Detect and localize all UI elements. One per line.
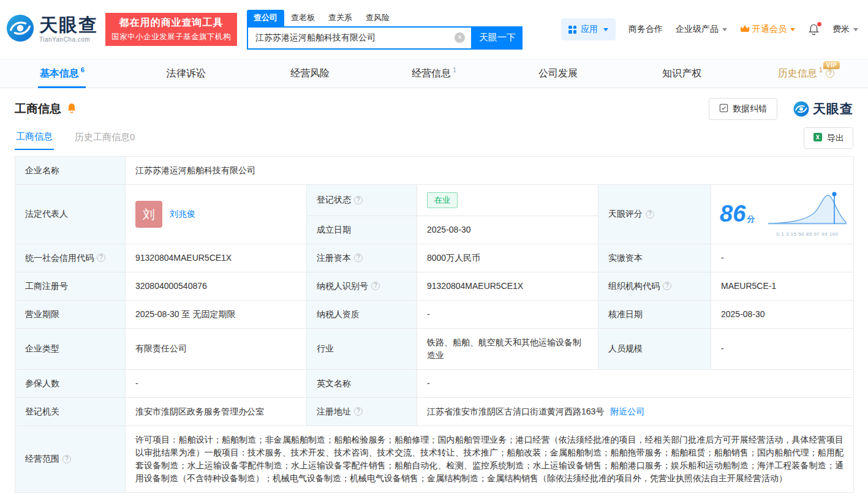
field-label: 纳税人识别号? xyxy=(307,272,417,300)
field-label: 注册地址? xyxy=(307,397,417,425)
table-row: 企业类型 有限责任公司 行业 铁路、船舶、航空航天和其他运输设备制造业 人员规模… xyxy=(15,328,854,369)
field-label: 统一社会信用代码? xyxy=(15,244,126,272)
table-row: 参保人数 - 英文名称 - xyxy=(15,369,854,397)
chart-axis-ticks: 0 1 3 15 50 85 97 99 100 xyxy=(766,231,848,238)
reg-capital-value: 8000万人民币 xyxy=(417,244,598,272)
table-row: 登记机关 淮安市淮阴区政务服务管理办公室 注册地址? 江苏省淮安市淮阴区古清口街… xyxy=(15,397,854,425)
search-tab-boss[interactable]: 查老板 xyxy=(284,10,322,26)
help-icon[interactable]: ? xyxy=(354,196,363,204)
clear-search-icon[interactable]: × xyxy=(455,32,465,43)
paid-capital-value: - xyxy=(711,244,854,272)
industry-value: 铁路、船舶、航空航天和其他运输设备制造业 xyxy=(417,328,598,369)
search-tab-relation[interactable]: 查关系 xyxy=(322,10,359,26)
field-label: 成立日期 xyxy=(307,215,417,244)
tianyancha-logo-icon xyxy=(6,14,34,45)
notification-dot xyxy=(817,22,821,26)
help-icon[interactable]: ? xyxy=(354,407,363,416)
tab-history-info[interactable]: 历史信息1 ? VIP xyxy=(744,59,868,88)
establish-date-value: 2025-08-30 xyxy=(417,215,598,244)
section-header: 工商信息 数据纠错 天眼查 xyxy=(0,88,868,125)
export-button[interactable]: 导出 xyxy=(804,127,853,149)
field-label: 登记机关 xyxy=(15,397,126,425)
table-row: 法定代表人 刘 刘兆俊 登记状态? 在业 天眼评分? 86分 xyxy=(15,185,854,216)
tab-legal-proceedings[interactable]: 法律诉讼 xyxy=(124,59,247,88)
search-button[interactable]: 天眼一下 xyxy=(472,26,523,50)
tab-company-development[interactable]: 公司发展 xyxy=(496,59,620,88)
help-icon[interactable]: ? xyxy=(354,253,363,262)
tab-operation-info[interactable]: 经营信息1 xyxy=(372,59,496,88)
score-cell: 86分 0 1 3 15 50 85 97 99 100 xyxy=(711,185,854,244)
nav-vip-upgrade[interactable]: 开通会员 xyxy=(740,24,795,35)
chevron-down-icon xyxy=(853,28,858,31)
subscribe-bell-icon[interactable] xyxy=(66,102,77,116)
avatar[interactable]: 刘 xyxy=(135,201,162,228)
slogan-banner: 都在用的商业查询工具 国家中小企业发展子基金旗下机构 xyxy=(105,13,237,46)
field-label: 行业 xyxy=(307,328,417,369)
score-unit: 分 xyxy=(747,214,755,223)
tab-operation-risk[interactable]: 经营风险 xyxy=(248,59,372,88)
business-scope-value: 许可项目：船舶设计；船舶制造；非金属船舶制造；船舶检验服务；船舶修理；国内船舶管… xyxy=(126,425,854,492)
logo-text: 天眼查 xyxy=(39,16,98,34)
slogan-line1: 都在用的商业查询工具 xyxy=(111,17,231,29)
reg-status-cell: 在业 xyxy=(417,185,598,216)
vip-badge: VIP xyxy=(823,61,840,69)
nav-enterprise[interactable]: 企业级产品 xyxy=(676,24,727,35)
field-label: 核准日期 xyxy=(598,300,711,328)
business-term-value: 2025-08-30 至 无固定期限 xyxy=(126,300,307,328)
help-icon[interactable]: ? xyxy=(97,253,105,262)
apps-label: 应用 xyxy=(581,24,598,35)
help-icon[interactable]: ? xyxy=(663,282,671,290)
company-name-value: 江苏苏港运河船舶科技有限公司 xyxy=(126,157,854,185)
search-tab-company[interactable]: 查公司 xyxy=(247,10,284,26)
field-label: 组织机构代码? xyxy=(598,272,711,300)
help-icon[interactable]: ? xyxy=(646,210,654,219)
tab-basic-info[interactable]: 基本信息6 xyxy=(0,59,124,88)
field-label: 经营范围? xyxy=(15,425,126,492)
nearby-companies-link[interactable]: 附近公司 xyxy=(610,406,644,416)
taxpayer-id-value: 91320804MAEUR5CE1X xyxy=(417,272,598,300)
username: 费米 xyxy=(832,24,850,35)
excel-icon xyxy=(813,132,823,144)
staff-size-value: - xyxy=(711,328,854,369)
subtab-current-info[interactable]: 工商信息 xyxy=(15,126,54,150)
slogan-line2: 国家中小企业发展子基金旗下机构 xyxy=(111,32,231,42)
field-label: 纳税人资质 xyxy=(307,300,417,328)
insured-count-value: - xyxy=(126,369,307,397)
credit-code-value: 91320804MAEUR5CE1X xyxy=(126,244,307,272)
search-area: 查公司 查老板 查关系 查风险 × 天眼一下 xyxy=(247,10,523,50)
score-value: 86 xyxy=(720,201,745,227)
business-info-subtabs: 工商信息 历史工商信息0 导出 xyxy=(0,126,868,150)
table-row: 企业名称 江苏苏港运河船舶科技有限公司 xyxy=(15,157,854,185)
crown-icon xyxy=(740,24,750,34)
field-label: 天眼评分? xyxy=(598,185,711,244)
field-label: 登记状态? xyxy=(307,185,417,216)
legal-rep-link[interactable]: 刘兆俊 xyxy=(170,208,195,220)
tab-count: 1 xyxy=(819,66,823,73)
tab-intellectual-property[interactable]: 知识产权 xyxy=(620,59,744,88)
english-name-value: - xyxy=(417,369,854,397)
company-info-table: 企业名称 江苏苏港运河船舶科技有限公司 法定代表人 刘 刘兆俊 登记状态? 在业… xyxy=(15,156,854,493)
help-icon[interactable]: ? xyxy=(826,69,834,78)
table-row: 统一社会信用代码? 91320804MAEUR5CE1X 注册资本? 8000万… xyxy=(15,244,854,272)
org-code-value: MAEUR5CE-1 xyxy=(711,272,854,300)
watermark-text: 天眼查 xyxy=(813,100,853,118)
apps-menu[interactable]: 应用 xyxy=(561,18,616,40)
approval-date-value: 2025-08-30 xyxy=(711,300,854,328)
help-icon[interactable]: ? xyxy=(62,455,71,463)
data-correction-button[interactable]: 数据纠错 xyxy=(709,98,777,120)
search-input[interactable] xyxy=(248,33,455,43)
table-row: 经营范围? 许可项目：船舶设计；船舶制造；非金属船舶制造；船舶检验服务；船舶修理… xyxy=(15,425,854,492)
tianyancha-logo[interactable]: 天眼查 TianYanCha.com xyxy=(6,14,98,45)
field-label: 营业期限 xyxy=(15,300,126,328)
field-label: 英文名称 xyxy=(307,369,417,397)
nav-cooperation[interactable]: 商务合作 xyxy=(628,24,663,35)
search-tab-risk[interactable]: 查风险 xyxy=(359,10,396,26)
reg-address-value: 江苏省淮安市淮阴区古清口街道黄河西路163号 xyxy=(427,406,604,416)
field-label: 人员规模 xyxy=(598,328,711,369)
notification-bell-icon[interactable] xyxy=(808,23,820,36)
user-menu[interactable]: 费米 xyxy=(832,24,858,35)
reg-authority-value: 淮安市淮阴区政务服务管理办公室 xyxy=(126,397,307,425)
section-title: 工商信息 xyxy=(15,101,61,117)
subtab-history-info[interactable]: 历史工商信息0 xyxy=(74,127,136,149)
help-icon[interactable]: ? xyxy=(371,282,380,290)
